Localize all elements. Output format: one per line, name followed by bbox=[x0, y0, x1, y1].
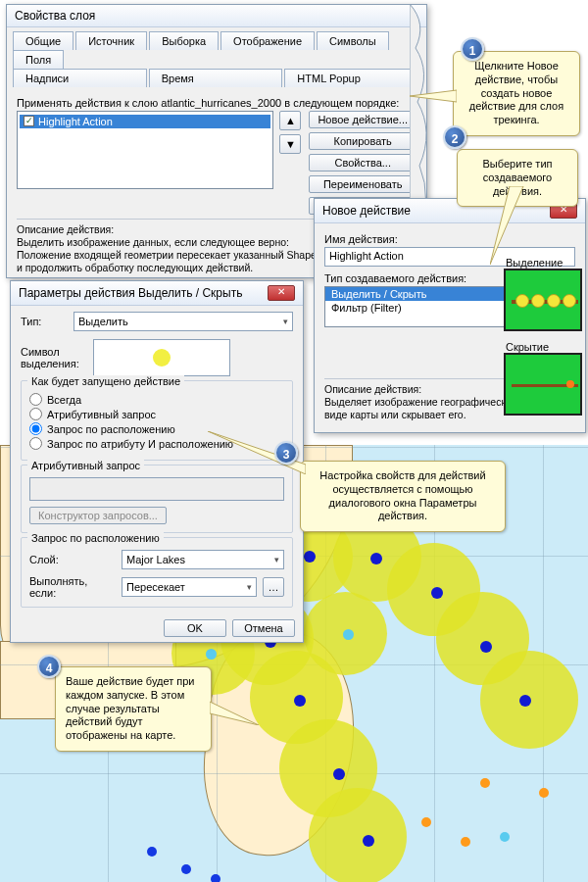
trigger-group-label: Как будет запущено действие bbox=[27, 375, 184, 387]
layer-properties-titlebar: Свойства слоя bbox=[7, 5, 426, 27]
svg-marker-1 bbox=[490, 186, 523, 265]
tab-selection[interactable]: Выборка bbox=[149, 31, 219, 50]
checkbox-icon[interactable]: ✓ bbox=[24, 116, 34, 126]
action-name-label: Имя действия: bbox=[324, 233, 575, 245]
step-badge-4: 4 bbox=[37, 655, 61, 678]
svg-marker-0 bbox=[410, 90, 457, 102]
exec-dropdown[interactable]: Пересекает bbox=[122, 577, 257, 597]
radio-always[interactable]: Всегда bbox=[29, 393, 284, 406]
tab-fields[interactable]: Поля bbox=[13, 50, 64, 69]
move-up-button[interactable]: ▲ bbox=[279, 111, 301, 130]
step-badge-1: 1 bbox=[461, 37, 484, 61]
radio-attr-query[interactable]: Атрибутивный запрос bbox=[29, 408, 284, 420]
svg-marker-3 bbox=[210, 702, 259, 725]
apply-actions-label: Применять действия к слою atlantic_hurri… bbox=[17, 97, 416, 109]
copy-action-button[interactable]: Копировать bbox=[309, 132, 416, 150]
exec-more-button[interactable]: … bbox=[263, 577, 284, 597]
tab-general[interactable]: Общие bbox=[13, 31, 74, 50]
step-badge-3: 3 bbox=[274, 441, 298, 465]
tab-html[interactable]: HTML Popup bbox=[284, 69, 418, 87]
action-params-titlebar: Параметры действия Выделить / Скрыть ✕ bbox=[11, 281, 303, 306]
actions-listbox[interactable]: ✓ Highlight Action bbox=[17, 111, 273, 189]
callout-4: Ваше действие будет при каждом запуске. … bbox=[55, 666, 212, 752]
tab-display[interactable]: Отображение bbox=[220, 31, 315, 50]
callout-4-tail bbox=[210, 696, 259, 725]
action-params-title: Параметры действия Выделить / Скрыть bbox=[19, 286, 242, 300]
type-label: Тип: bbox=[21, 316, 68, 327]
cancel-button[interactable]: Отмена bbox=[232, 619, 295, 637]
layer-dropdown[interactable]: Major Lakes bbox=[122, 550, 284, 569]
query-builder-button: Конструктор запросов... bbox=[29, 507, 167, 524]
callout-3: Настройка свойств для действий осуществл… bbox=[300, 461, 506, 532]
type-dropdown[interactable]: Выделить bbox=[74, 312, 293, 331]
tab-source[interactable]: Источник bbox=[75, 31, 147, 50]
tab-labels[interactable]: Надписи bbox=[13, 69, 147, 87]
symbol-swatch[interactable] bbox=[93, 339, 230, 376]
tab-time[interactable]: Время bbox=[149, 69, 283, 87]
thumbnail-hide-label: Скрытие bbox=[506, 341, 549, 353]
step-badge-2: 2 bbox=[443, 125, 466, 149]
attr-query-group-label: Атрибутивный запрос bbox=[27, 460, 144, 471]
thumbnail-highlight: Выделение bbox=[504, 269, 582, 331]
symbol-label: Символ выделения: bbox=[21, 346, 87, 369]
layer-properties-title: Свойства слоя bbox=[15, 9, 95, 23]
rename-action-button[interactable]: Переименовать bbox=[309, 175, 416, 193]
attr-query-text bbox=[29, 477, 284, 501]
new-action-button[interactable]: Новое действие... bbox=[309, 111, 416, 128]
callout-1: Щелкните Новое действие, чтобы создать н… bbox=[453, 51, 580, 136]
loc-query-group-label: Запрос по расположению bbox=[27, 532, 164, 544]
ok-button[interactable]: OK bbox=[164, 619, 226, 637]
action-list-item[interactable]: ✓ Highlight Action bbox=[20, 115, 270, 128]
tab-symbols[interactable]: Символы bbox=[317, 31, 389, 50]
move-down-button[interactable]: ▼ bbox=[279, 134, 301, 154]
callout-2-tail bbox=[490, 186, 529, 265]
new-action-title: Новое действие bbox=[322, 204, 411, 218]
layer-label: Слой: bbox=[29, 554, 116, 565]
layer-properties-tabs: Общие Источник Выборка Отображение Симво… bbox=[7, 27, 426, 87]
callout-1-tail bbox=[410, 86, 457, 106]
thumbnail-hide: Скрытие bbox=[504, 353, 582, 416]
properties-button[interactable]: Свойства... bbox=[309, 154, 416, 172]
symbol-dot-icon bbox=[153, 349, 171, 367]
exec-label: Выполнять, если: bbox=[29, 575, 116, 599]
close-icon[interactable]: ✕ bbox=[268, 285, 295, 301]
